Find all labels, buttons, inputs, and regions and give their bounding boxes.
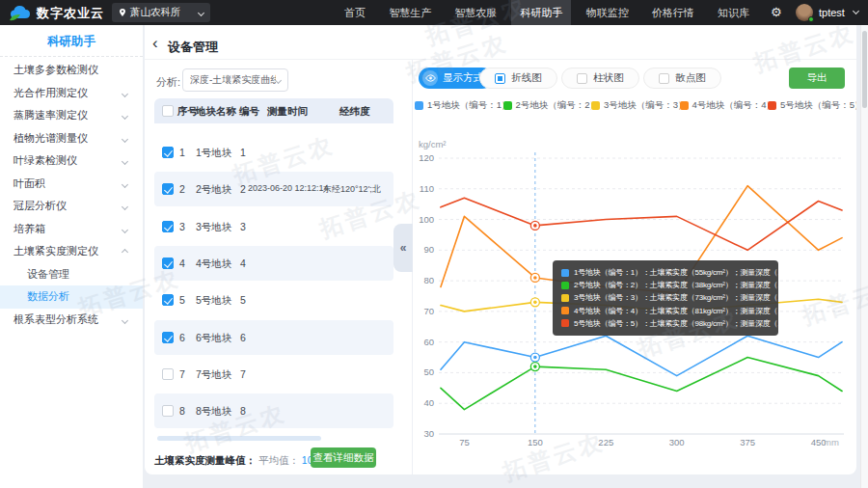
sidebar-item-6[interactable]: 冠层分析仪 xyxy=(0,195,143,218)
highlight-marker-dot-2 xyxy=(533,301,537,305)
chart-legend: 1号地块（编号：1）2号地块（编号：2）3号地块（编号：3）4号地块（编号：4）… xyxy=(415,97,856,113)
nav-item-6[interactable]: 知识库 xyxy=(709,0,758,25)
export-button[interactable]: 导出 xyxy=(789,68,845,89)
row-checkbox[interactable] xyxy=(162,368,174,380)
row-checkbox[interactable] xyxy=(162,332,174,343)
sidebar-item-label: 设备管理 xyxy=(27,268,69,280)
table-row-5[interactable]: 55号地块5 xyxy=(154,283,393,317)
sidebar-item-4[interactable]: 叶绿素检测仪 xyxy=(0,149,143,173)
cell-index: 5 xyxy=(179,294,185,306)
nav-item-2[interactable]: 智慧农服 xyxy=(446,0,505,25)
sidebar-menu: 土壤多参数检测仪光合作用测定仪蒸腾速率测定仪植物光谱测量仪叶绿素检测仪叶面积冠层… xyxy=(0,59,143,331)
y-tick-label: 120 xyxy=(419,152,434,163)
vertical-scrollbar[interactable] xyxy=(860,25,868,488)
eye-icon xyxy=(422,70,438,86)
sidebar-item-label: 土壤紧实度测定仪 xyxy=(14,245,98,257)
table-row-7[interactable]: 77号地块7 xyxy=(154,357,393,392)
nav-item-5[interactable]: 价格行情 xyxy=(643,0,703,25)
legend-item-4[interactable]: 5号地块（编号：5） xyxy=(768,97,856,113)
row-checkbox[interactable] xyxy=(162,183,174,195)
app-window: 数字农业云 萧山农科所 首页智慧生产智慧农服科研助手物联监控价格行情知识库 ⚙ … xyxy=(0,0,868,488)
row-checkbox[interactable] xyxy=(162,258,174,269)
chart-type-pill-2[interactable]: 散点图 xyxy=(643,68,721,89)
analysis-select[interactable]: 深度-土壤紧实度曲线 xyxy=(182,68,288,92)
sidebar-item-8[interactable]: 土壤紧实度测定仪 xyxy=(0,240,143,263)
select-all-checkbox[interactable] xyxy=(162,105,174,117)
legend-swatch xyxy=(415,101,423,110)
cell-plot-name: 1号地块 xyxy=(196,147,231,160)
row-checkbox[interactable] xyxy=(162,405,174,417)
view-detail-button[interactable]: 查看详细数据 xyxy=(311,447,376,468)
table-row-4[interactable]: 44号地块4 xyxy=(154,246,393,281)
nav-item-3[interactable]: 科研助手 xyxy=(511,0,571,25)
legend-swatch xyxy=(680,101,689,110)
cell-plot-name: 8号地块 xyxy=(196,405,231,419)
legend-item-3[interactable]: 4号地块（编号：4） xyxy=(680,97,769,113)
nav-item-0[interactable]: 首页 xyxy=(336,0,374,25)
location-label: 萧山农科所 xyxy=(130,6,199,19)
cloud-leaf-logo-icon xyxy=(8,3,33,22)
chart-type-checkbox[interactable] xyxy=(495,73,505,84)
tooltip-row-4: 5号地块（编号：5）：土壤紧实度（98kg/cm²）；测量深度（150 mm） xyxy=(561,317,770,330)
chevron-down-icon xyxy=(122,158,128,165)
chart-type-pill-0[interactable]: 折线图 xyxy=(479,68,557,89)
collapse-panel-handle[interactable]: « xyxy=(393,224,413,272)
table-row-8[interactable]: 88号地块8 xyxy=(154,393,393,428)
sidebar-item-3[interactable]: 植物光谱测量仪 xyxy=(0,127,143,150)
sidebar-item-2[interactable]: 蒸腾速率测定仪 xyxy=(0,104,143,127)
table-row-3[interactable]: 33号地块3 xyxy=(154,209,393,244)
row-checkbox[interactable] xyxy=(162,147,174,158)
chevron-down-icon xyxy=(122,203,128,210)
sidebar-item-0[interactable]: 土壤多参数检测仪 xyxy=(0,59,143,82)
column-header: 测量时间 xyxy=(267,105,308,119)
sidebar-item-11[interactable]: 根系表型分析系统 xyxy=(0,309,143,332)
legend-label: 2号地块（编号：2） xyxy=(516,99,592,112)
sidebar-item-7[interactable]: 培养箱 xyxy=(0,218,143,241)
series-line-1 xyxy=(441,358,842,410)
location-select[interactable]: 萧山农科所 xyxy=(112,3,210,22)
legend-label: 1号地块（编号：1） xyxy=(427,99,503,112)
row-checkbox[interactable] xyxy=(162,294,174,306)
avatar[interactable] xyxy=(796,4,813,21)
tooltip-row-1: 2号地块（编号：2）：土壤紧实度（38kg/cm²）；测量深度（150 mm） xyxy=(561,279,770,291)
cell-coordinates: 东经120°12';北 xyxy=(323,183,393,196)
table-row-6[interactable]: 66号地块6 xyxy=(154,320,393,355)
nav-item-1[interactable]: 智慧生产 xyxy=(380,0,440,25)
table-row-2[interactable]: 22号地块22023-06-20 12:12:14东经120°12';北 xyxy=(154,172,393,206)
main-nav: 首页智慧生产智慧农服科研助手物联监控价格行情知识库 xyxy=(336,0,758,25)
horizontal-scrollbar[interactable] xyxy=(157,436,321,441)
x-axis-unit-label: mm xyxy=(824,437,839,447)
table-row-1[interactable]: 11号地块1 xyxy=(154,135,393,170)
legend-item-2[interactable]: 3号地块（编号：3） xyxy=(591,97,680,113)
cell-code: 6 xyxy=(240,332,246,343)
row-checkbox[interactable] xyxy=(162,221,174,232)
username[interactable]: tptest xyxy=(819,7,845,18)
sidebar-item-label: 土壤多参数检测仪 xyxy=(14,64,98,75)
legend-item-0[interactable]: 1号地块（编号：1） xyxy=(415,97,503,113)
chart-type-pill-1[interactable]: 柱状图 xyxy=(561,68,639,89)
double-chevron-left-icon: « xyxy=(400,241,407,255)
chart-type-checkbox[interactable] xyxy=(659,73,669,84)
legend-item-1[interactable]: 2号地块（编号：2） xyxy=(503,97,592,113)
chart-type-checkbox[interactable] xyxy=(577,73,587,84)
cell-code: 8 xyxy=(240,405,246,417)
sidebar: 科研助手 土壤多参数检测仪光合作用测定仪蒸腾速率测定仪植物光谱测量仪叶绿素检测仪… xyxy=(0,25,143,488)
sidebar-item-10[interactable]: 数据分析 xyxy=(0,285,143,309)
cell-plot-name: 7号地块 xyxy=(196,368,231,382)
chevron-down-icon xyxy=(122,180,128,187)
sidebar-item-label: 根系表型分析系统 xyxy=(14,313,98,325)
y-tick-label: 70 xyxy=(423,306,434,316)
back-button[interactable]: ‹ xyxy=(152,35,158,51)
x-tick-label: 300 xyxy=(669,437,685,447)
sidebar-item-5[interactable]: 叶面积 xyxy=(0,173,143,196)
settings-gear-icon[interactable]: ⚙ xyxy=(771,4,782,21)
sidebar-item-9[interactable]: 设备管理 xyxy=(0,263,143,286)
scrollbar-thumb[interactable] xyxy=(862,31,867,108)
chevron-down-icon xyxy=(122,135,128,142)
y-tick-label: 80 xyxy=(423,275,434,285)
nav-item-4[interactable]: 物联监控 xyxy=(578,0,637,25)
cell-plot-name: 2号地块 xyxy=(196,183,231,197)
chevron-down-icon xyxy=(122,316,128,323)
sidebar-item-1[interactable]: 光合作用测定仪 xyxy=(0,82,143,105)
user-chevron-icon[interactable] xyxy=(853,8,859,14)
